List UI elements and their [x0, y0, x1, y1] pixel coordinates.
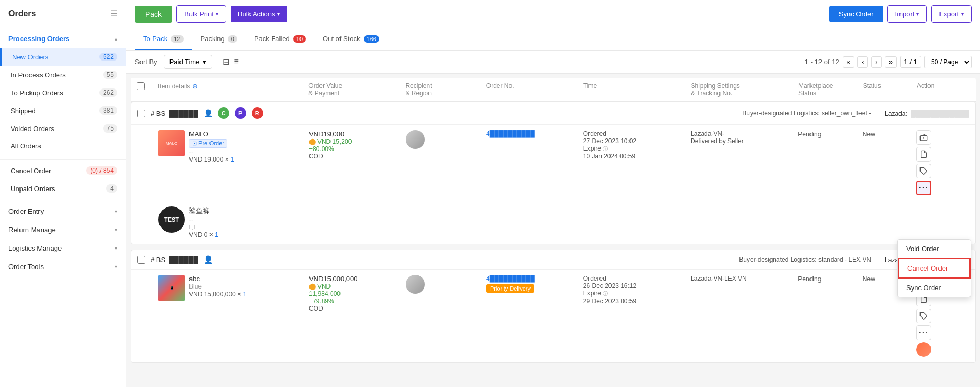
- order-1-item-1-ordered-date: 27 Dec 2023 10:02: [583, 137, 691, 145]
- order-entry-header[interactable]: Order Entry ▾: [0, 202, 126, 221]
- menu-icon[interactable]: ☰: [110, 8, 117, 18]
- sidebar-item-in-process[interactable]: In Process Orders 55: [0, 66, 126, 84]
- order-1-item-1-img: MALO: [158, 130, 185, 156]
- page-size-select[interactable]: 50 / Page: [924, 56, 972, 68]
- export-label: Export: [939, 10, 959, 18]
- sync-order-button[interactable]: Sync Order: [829, 6, 883, 22]
- document-icon[interactable]: [916, 147, 931, 162]
- last-page-btn[interactable]: »: [885, 56, 897, 68]
- context-void-order[interactable]: Void Order: [898, 240, 971, 258]
- sort-value: Paid Time: [169, 58, 200, 66]
- pack-box-icon[interactable]: [916, 130, 931, 145]
- order-1-header: # BS ██████ 👤 C P R Buyer-designated Log…: [131, 102, 975, 125]
- pack-button[interactable]: Pack: [135, 6, 172, 23]
- sidebar-item-to-pickup-label: To Pickup Orders: [11, 89, 63, 97]
- sidebar-divider-1: [0, 159, 126, 160]
- next-page-btn[interactable]: ›: [871, 56, 882, 68]
- add-item-icon[interactable]: ⊕: [192, 82, 198, 90]
- order-entry-group[interactable]: Order Entry ▾: [0, 202, 126, 221]
- order-1-item-1-product: MALO MALO ⊡ Pre-Order -- VND 19,000 × 1: [158, 130, 309, 163]
- order-1-item-1-shipping-text2: Delivered by Seller: [691, 137, 798, 145]
- sidebar-item-cancel-order[interactable]: Cancel Order (0) / 854: [0, 162, 126, 180]
- filter-icons: ⊟ ≡: [223, 57, 238, 67]
- processing-orders-header[interactable]: Processing Orders ▴: [0, 29, 126, 48]
- order-1-item-2-qty: VND 0 × 1: [189, 231, 218, 239]
- filter-icon-2[interactable]: ≡: [234, 57, 238, 67]
- tab-to-pack-label: To Pack: [143, 35, 167, 43]
- order-1-item-2-details: 鲨鱼裤 -- VND 0 × 1: [189, 206, 218, 239]
- more-actions-icon[interactable]: ···: [916, 181, 931, 195]
- tab-packing[interactable]: Packing 0: [192, 28, 246, 50]
- order-entry-label: Order Entry: [8, 207, 44, 215]
- order-1-item-1-name: MALO: [189, 130, 234, 138]
- order-2-item-1-avatar: [406, 275, 425, 294]
- order-1-item-1-percent: +80.00%: [309, 145, 406, 153]
- bulk-print-button[interactable]: Bulk Print ▾: [176, 5, 226, 23]
- sort-select[interactable]: Paid Time ▾: [164, 55, 213, 69]
- filter-bar: Sort By Paid Time ▾ ⊟ ≡ 1 - 12 of 12 « ‹…: [126, 51, 980, 74]
- tabs-bar: To Pack 12 Packing 0 Pack Failed 10 Out …: [126, 28, 980, 51]
- logistics-manage-header[interactable]: Logistics Manage ▾: [0, 239, 126, 257]
- return-manage-chevron: ▾: [115, 227, 117, 233]
- return-manage-group[interactable]: Return Manage ▾: [0, 221, 126, 239]
- tag-icon-2[interactable]: [916, 309, 931, 323]
- order-2-item-1-marketplace-status: Pending: [798, 275, 821, 283]
- context-sync-order[interactable]: Sync Order: [898, 279, 971, 297]
- return-manage-header[interactable]: Return Manage ▾: [0, 221, 126, 239]
- col-header-mstatus: MarketplaceStatus: [798, 82, 863, 97]
- sidebar-item-all-orders[interactable]: All Orders: [0, 137, 126, 155]
- sidebar-item-unpaid[interactable]: Unpaid Orders 4: [0, 180, 126, 197]
- tab-out-of-stock[interactable]: Out of Stock 166: [314, 28, 388, 50]
- sidebar-item-shipped-label: Shipped: [11, 107, 36, 115]
- order-1-item-1-shipping: Lazada-VN- Delivered by Seller: [691, 130, 798, 145]
- select-all-checkbox[interactable]: [137, 82, 145, 90]
- tab-pack-failed-label: Pack Failed: [254, 35, 290, 43]
- sidebar-item-cancel-label: Cancel Order: [11, 167, 51, 175]
- order-1-item-1-ordered: Ordered: [583, 130, 691, 137]
- sidebar-item-voided[interactable]: Voided Orders 75: [0, 120, 126, 137]
- order-tools-chevron: ▾: [115, 264, 117, 270]
- export-button[interactable]: Export ▾: [931, 5, 972, 23]
- tag-icon[interactable]: [916, 164, 931, 178]
- order-1-id: # BS ██████: [151, 110, 198, 117]
- order-2-item-1-ordered: Ordered: [583, 275, 691, 282]
- order-1-item-1-expire-date: 10 Jan 2024 00:59: [583, 153, 691, 160]
- order-tools-group[interactable]: Order Tools ▾: [0, 257, 126, 276]
- context-cancel-order[interactable]: Cancel Order: [898, 258, 971, 279]
- page-input[interactable]: [900, 56, 921, 68]
- tab-pack-failed-badge: 10: [293, 35, 306, 43]
- order-2-item-1-color: Blue: [189, 283, 247, 290]
- sidebar-item-shipped[interactable]: Shipped 381: [0, 102, 126, 120]
- sidebar-item-to-pickup[interactable]: To Pickup Orders 262: [0, 84, 126, 102]
- bulk-actions-button[interactable]: Bulk Actions ▾: [231, 6, 287, 22]
- order-2-checkbox[interactable]: [137, 256, 145, 264]
- import-label: Import: [895, 10, 915, 18]
- order-1-item-1-orderno: 4██████████: [486, 130, 583, 137]
- more-actions-icon-2[interactable]: ···: [916, 325, 931, 340]
- order-2-user-icon: 👤: [204, 255, 213, 264]
- order-1-item-1-expire-label: Expire ⓘ: [583, 145, 691, 153]
- sidebar-title: Orders: [8, 9, 36, 18]
- prev-page-btn[interactable]: ‹: [857, 56, 868, 68]
- import-button[interactable]: Import ▾: [887, 5, 927, 23]
- order-1-item-1-time: Ordered 27 Dec 2023 10:02 Expire ⓘ 10 Ja…: [583, 130, 691, 160]
- order-1-checkbox[interactable]: [137, 110, 145, 117]
- col-header-orderno: Order No.: [486, 82, 583, 97]
- processing-orders-chevron: ▴: [115, 36, 117, 42]
- tab-pack-failed[interactable]: Pack Failed 10: [246, 28, 314, 50]
- order-2-item-1-disc-val: 11,984,000: [309, 290, 406, 297]
- tab-to-pack[interactable]: To Pack 12: [135, 28, 192, 50]
- order-tools-header[interactable]: Order Tools ▾: [0, 257, 126, 276]
- import-arrow: ▾: [916, 11, 919, 17]
- order-2-id: # BS ██████: [151, 256, 198, 264]
- first-page-btn[interactable]: «: [843, 56, 855, 68]
- filter-icon-1[interactable]: ⊟: [223, 57, 229, 67]
- order-2-logistics: Buyer-designated Logistics: standard - L…: [739, 256, 871, 263]
- pagination-range: 1 - 12 of 12: [805, 58, 839, 66]
- order-2-item-1-name: abc: [189, 275, 247, 283]
- logistics-manage-group[interactable]: Logistics Manage ▾: [0, 239, 126, 257]
- sidebar-item-all-orders-label: All Orders: [11, 142, 41, 150]
- tab-packing-badge: 0: [228, 35, 237, 43]
- order-1-item-1-avatar: [406, 130, 425, 149]
- sidebar-item-new-orders[interactable]: New Orders 522: [0, 48, 126, 66]
